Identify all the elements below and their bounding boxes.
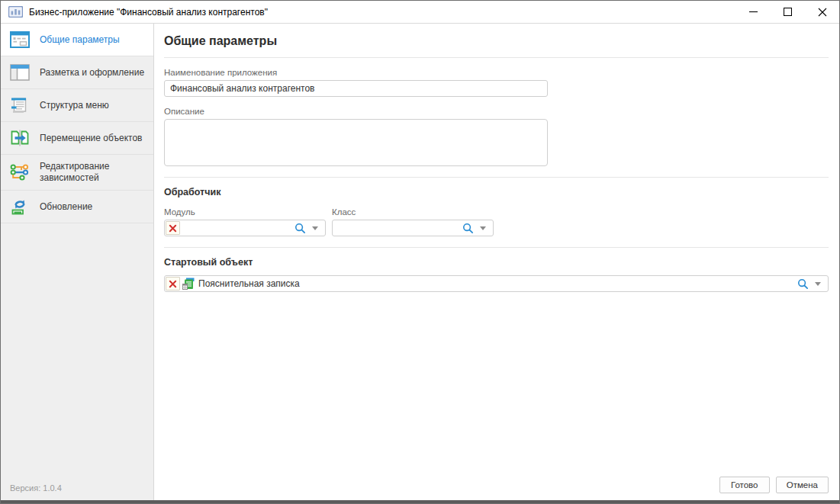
sidebar-item-label: Разметка и оформление (40, 67, 144, 79)
sidebar-item-menu-structure[interactable]: Структура меню (1, 89, 153, 122)
sidebar-item-label: Редактирование зависимостей (40, 161, 146, 184)
move-objects-icon (10, 130, 30, 146)
module-combo[interactable] (164, 220, 326, 236)
window-controls (736, 1, 839, 23)
handler-section-title: Обработчик (164, 187, 829, 197)
report-object-icon (182, 278, 195, 290)
sidebar-item-label: Перемещение объектов (40, 133, 142, 144)
start-object-section-title: Стартовый объект (164, 257, 829, 268)
clear-x-icon (169, 280, 177, 288)
window-bottom-edge (1, 500, 839, 503)
divider (164, 57, 829, 58)
cancel-button[interactable]: Отмена (776, 477, 829, 493)
handler-section: Обработчик Модуль (164, 187, 829, 236)
clear-button[interactable] (166, 221, 180, 235)
module-input[interactable] (180, 223, 292, 233)
module-label: Модуль (164, 207, 326, 217)
dependencies-icon (10, 164, 30, 181)
version-label: Версия: 1.0.4 (10, 483, 62, 493)
clear-x-icon (169, 224, 177, 233)
sidebar-item-label: Обновление (40, 201, 92, 213)
class-input[interactable] (333, 223, 460, 233)
app-body: Общие параметры Разметка и оформление (1, 24, 839, 500)
search-icon[interactable] (795, 278, 811, 290)
menu-structure-icon (10, 97, 30, 114)
divider (164, 247, 829, 248)
minimize-icon (749, 8, 758, 16)
maximize-button[interactable] (771, 1, 805, 23)
application-window: Бизнес-приложение "Финансовый анализ кон… (0, 0, 840, 504)
search-icon[interactable] (292, 223, 308, 234)
search-icon[interactable] (460, 223, 476, 234)
chevron-down-icon[interactable] (308, 226, 322, 230)
window-title: Бизнес-приложение "Финансовый анализ кон… (29, 7, 268, 18)
start-object-value: Пояснительная записка (195, 278, 795, 289)
refresh-icon (10, 198, 30, 215)
main-content: Общие параметры Наименование приложения … (154, 24, 839, 500)
sidebar-item-edit-dependencies[interactable]: Редактирование зависимостей (1, 155, 153, 191)
sidebar-item-move-objects[interactable]: Перемещение объектов (1, 122, 153, 155)
app-chart-icon (8, 6, 23, 18)
done-button[interactable]: Готово (719, 477, 770, 493)
clear-button[interactable] (166, 277, 180, 291)
sidebar-item-label: Структура меню (40, 100, 109, 111)
class-label: Класс (332, 207, 494, 217)
sidebar-item-update[interactable]: Обновление (1, 191, 153, 223)
start-object-combo[interactable]: Пояснительная записка (164, 275, 829, 292)
form-icon (10, 31, 30, 48)
page-title: Общие параметры (164, 34, 829, 48)
chevron-down-icon[interactable] (476, 226, 490, 230)
divider (164, 177, 829, 178)
sidebar-item-layout-design[interactable]: Разметка и оформление (1, 56, 153, 89)
chevron-down-icon[interactable] (811, 282, 825, 286)
description-textarea[interactable] (164, 119, 548, 166)
start-object-section: Стартовый объект (164, 257, 829, 292)
app-name-input[interactable] (164, 80, 548, 97)
description-label: Описание (164, 107, 829, 116)
close-button[interactable] (805, 1, 839, 23)
sidebar-item-label: Общие параметры (40, 34, 120, 46)
maximize-icon (784, 8, 792, 16)
minimize-button[interactable] (736, 1, 771, 23)
close-icon (818, 8, 827, 17)
title-bar: Бизнес-приложение "Финансовый анализ кон… (1, 1, 839, 24)
dialog-footer: Готово Отмена (719, 477, 829, 493)
app-name-label: Наименование приложения (164, 68, 829, 77)
class-combo[interactable] (332, 220, 494, 236)
sidebar: Общие параметры Разметка и оформление (1, 24, 154, 500)
layout-icon (10, 64, 30, 81)
sidebar-item-general-params[interactable]: Общие параметры (1, 24, 153, 56)
